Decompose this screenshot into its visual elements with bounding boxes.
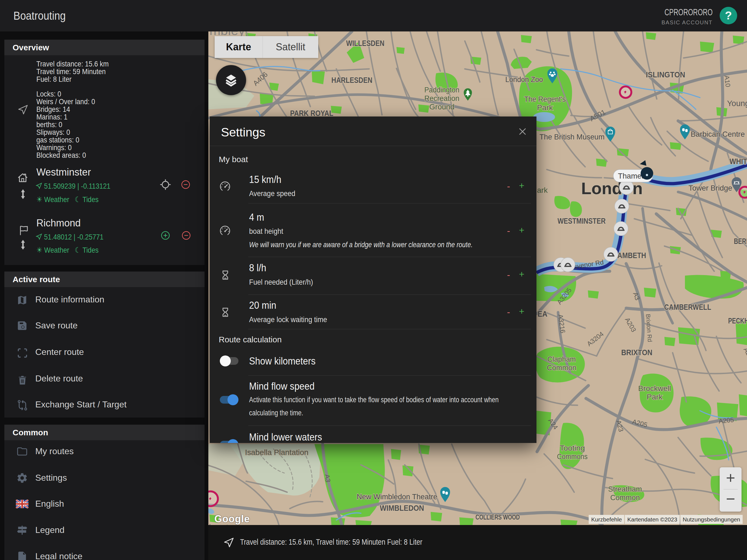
svg-text:BERMO: BERMO xyxy=(734,236,747,246)
svg-text:Streatham: Streatham xyxy=(608,485,642,493)
svg-text:COLLIERS WOOD: COLLIERS WOOD xyxy=(475,513,520,521)
svg-text:Recreation: Recreation xyxy=(424,94,459,103)
svg-text:London Zoo: London Zoo xyxy=(505,75,543,84)
svg-text:The British Museum: The British Museum xyxy=(539,133,604,141)
svg-text:Park: Park xyxy=(537,103,553,112)
svg-text:CAMBERWELL: CAMBERWELL xyxy=(664,302,711,311)
svg-text:EA: EA xyxy=(538,309,547,318)
svg-text:New Wimbledon Theatre: New Wimbledon Theatre xyxy=(357,492,437,501)
svg-text:ark: ark xyxy=(537,186,548,195)
svg-text:Isabella Plantation: Isabella Plantation xyxy=(245,448,308,457)
svg-text:A3: A3 xyxy=(324,474,332,483)
svg-text:BRIXTON: BRIXTON xyxy=(621,348,652,357)
svg-text:ISLINGTON: ISLINGTON xyxy=(646,70,685,79)
svg-text:Commons: Commons xyxy=(557,452,588,461)
svg-text:WILLESDEN: WILLESDEN xyxy=(346,39,384,48)
svg-text:HARLESDEN: HARLESDEN xyxy=(331,75,372,84)
svg-text:Ground: Ground xyxy=(429,103,455,111)
svg-text:Barbican Centre: Barbican Centre xyxy=(691,130,745,138)
svg-text:PECKH: PECKH xyxy=(728,316,747,325)
svg-text:LAMBETH: LAMBETH xyxy=(613,251,646,260)
svg-text:WHITEC: WHITEC xyxy=(729,157,747,166)
svg-text:WIMBLEDON: WIMBLEDON xyxy=(380,503,424,512)
svg-text:Common: Common xyxy=(610,493,640,502)
svg-text:Young: Young xyxy=(727,99,747,108)
svg-text:Brockwell: Brockwell xyxy=(638,384,671,393)
svg-text:A10: A10 xyxy=(723,75,732,87)
svg-text:Tooting: Tooting xyxy=(560,444,585,452)
svg-text:Paddington: Paddington xyxy=(424,85,459,94)
svg-text:Clapham: Clapham xyxy=(547,355,576,363)
svg-text:WESTMINSTER: WESTMINSTER xyxy=(558,216,606,225)
svg-text:Park: Park xyxy=(647,393,663,401)
svg-text:The Regent's: The Regent's xyxy=(524,95,566,103)
svg-text:Tower Bridge: Tower Bridge xyxy=(689,184,732,192)
svg-text:Common: Common xyxy=(547,363,576,372)
